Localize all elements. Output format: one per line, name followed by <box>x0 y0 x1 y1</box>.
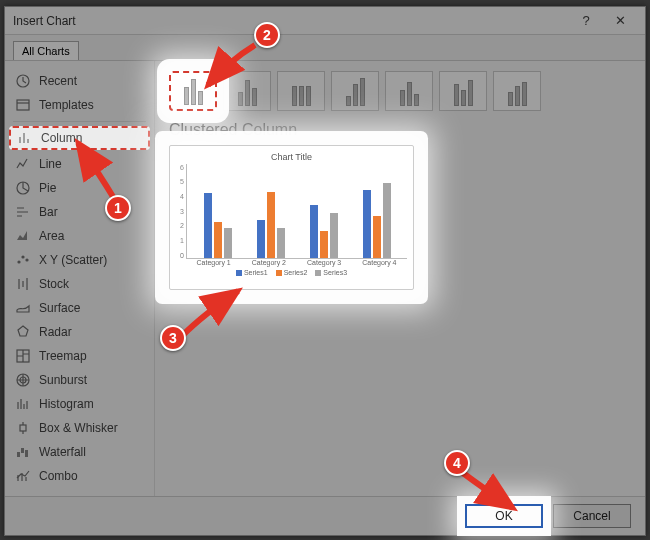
subtype-thumb-2[interactable] <box>277 71 325 111</box>
sidebar-item-recent[interactable]: Recent <box>5 69 154 93</box>
sidebar-item-label: Recent <box>39 74 77 88</box>
line-icon <box>15 156 31 172</box>
recent-icon <box>15 73 31 89</box>
cancel-button[interactable]: Cancel <box>553 504 631 528</box>
help-button[interactable]: ? <box>569 7 603 35</box>
surface-icon <box>15 300 31 316</box>
y-axis: 6543210 <box>176 164 186 259</box>
sidebar-item-scatter[interactable]: X Y (Scatter) <box>5 248 154 272</box>
sidebar-item-label: Column <box>41 131 82 145</box>
sidebar-item-label: Waterfall <box>39 445 86 459</box>
sidebar-item-surface[interactable]: Surface <box>5 296 154 320</box>
histogram-icon <box>15 396 31 412</box>
main: RecentTemplatesColumnLinePieBarAreaX Y (… <box>5 60 645 496</box>
sidebar-item-pie[interactable]: Pie <box>5 176 154 200</box>
subtype-thumb-3[interactable] <box>331 71 379 111</box>
plot-area <box>186 164 407 259</box>
sidebar-item-area[interactable]: Area <box>5 224 154 248</box>
sidebar-item-label: Templates <box>39 98 94 112</box>
sidebar-item-label: Combo <box>39 469 78 483</box>
close-icon: ✕ <box>615 13 626 28</box>
sidebar-item-label: Histogram <box>39 397 94 411</box>
sidebar-item-combo[interactable]: Combo <box>5 464 154 488</box>
chart-type-sidebar: RecentTemplatesColumnLinePieBarAreaX Y (… <box>5 61 155 496</box>
sidebar-item-label: Surface <box>39 301 80 315</box>
titlebar: Insert Chart ? ✕ <box>5 7 645 35</box>
x-axis: Category 1Category 2Category 3Category 4 <box>176 259 407 266</box>
ok-button[interactable]: OK <box>465 504 543 528</box>
svg-rect-9 <box>20 425 26 431</box>
sunburst-icon <box>15 372 31 388</box>
legend-series1: Series1 <box>236 269 268 276</box>
svg-rect-11 <box>21 448 24 453</box>
treemap-icon <box>15 348 31 364</box>
svg-rect-10 <box>17 452 20 457</box>
legend: Series1 Series2 Series3 <box>176 269 407 276</box>
sidebar-item-waterfall[interactable]: Waterfall <box>5 440 154 464</box>
dialog-title: Insert Chart <box>13 14 569 28</box>
sidebar-item-histogram[interactable]: Histogram <box>5 392 154 416</box>
combo-icon <box>15 468 31 484</box>
sidebar-item-label: Stock <box>39 277 69 291</box>
insert-chart-dialog: Insert Chart ? ✕ All Charts RecentTempla… <box>4 6 646 536</box>
question-icon: ? <box>582 13 589 28</box>
sidebar-item-label: Sunburst <box>39 373 87 387</box>
sidebar-item-label: Area <box>39 229 64 243</box>
sidebar-item-label: Pie <box>39 181 56 195</box>
subtype-row <box>169 71 631 111</box>
chart-area: 6543210 <box>176 164 407 259</box>
subtype-thumb-0[interactable] <box>169 71 217 111</box>
sidebar-item-stock[interactable]: Stock <box>5 272 154 296</box>
subtype-thumb-1[interactable] <box>223 71 271 111</box>
svg-point-5 <box>26 259 28 261</box>
sidebar-item-label: Bar <box>39 205 58 219</box>
bar-icon <box>15 204 31 220</box>
sidebar-item-radar[interactable]: Radar <box>5 320 154 344</box>
callout-2: 2 <box>254 22 280 48</box>
svg-rect-12 <box>25 450 28 457</box>
sidebar-item-label: Radar <box>39 325 72 339</box>
callout-4: 4 <box>444 450 470 476</box>
svg-point-4 <box>22 256 24 258</box>
chart-preview[interactable]: Chart Title 6543210 Category 1Category 2… <box>169 145 414 290</box>
radar-icon <box>15 324 31 340</box>
subtype-thumb-4[interactable] <box>385 71 433 111</box>
subtype-thumb-6[interactable] <box>493 71 541 111</box>
chart-title: Chart Title <box>176 152 407 162</box>
close-button[interactable]: ✕ <box>603 7 637 35</box>
sidebar-item-sunburst[interactable]: Sunburst <box>5 368 154 392</box>
callout-1: 1 <box>105 195 131 221</box>
subtype-thumb-5[interactable] <box>439 71 487 111</box>
tabs: All Charts <box>5 35 645 60</box>
sidebar-item-templates[interactable]: Templates <box>5 93 154 117</box>
preview-title: Clustered Column <box>169 121 631 139</box>
content: Clustered Column Chart Title 6543210 Cat… <box>155 61 645 496</box>
sidebar-item-label: Treemap <box>39 349 87 363</box>
sidebar-item-label: Box & Whisker <box>39 421 118 435</box>
waterfall-icon <box>15 444 31 460</box>
sidebar-item-box[interactable]: Box & Whisker <box>5 416 154 440</box>
box-icon <box>15 420 31 436</box>
sidebar-item-bar[interactable]: Bar <box>5 200 154 224</box>
sidebar-item-line[interactable]: Line <box>5 152 154 176</box>
callout-3: 3 <box>160 325 186 351</box>
pie-icon <box>15 180 31 196</box>
sidebar-item-treemap[interactable]: Treemap <box>5 344 154 368</box>
templates-icon <box>15 97 31 113</box>
tab-all-charts[interactable]: All Charts <box>13 41 79 60</box>
svg-rect-1 <box>17 100 29 110</box>
footer: OK Cancel <box>5 496 645 535</box>
column-icon <box>17 130 33 146</box>
sidebar-item-label: Line <box>39 157 62 171</box>
sidebar-item-label: X Y (Scatter) <box>39 253 107 267</box>
svg-point-3 <box>18 261 20 263</box>
stock-icon <box>15 276 31 292</box>
legend-series3: Series3 <box>315 269 347 276</box>
sidebar-item-column[interactable]: Column <box>9 126 150 150</box>
legend-series2: Series2 <box>276 269 308 276</box>
scatter-icon <box>15 252 31 268</box>
area-icon <box>15 228 31 244</box>
